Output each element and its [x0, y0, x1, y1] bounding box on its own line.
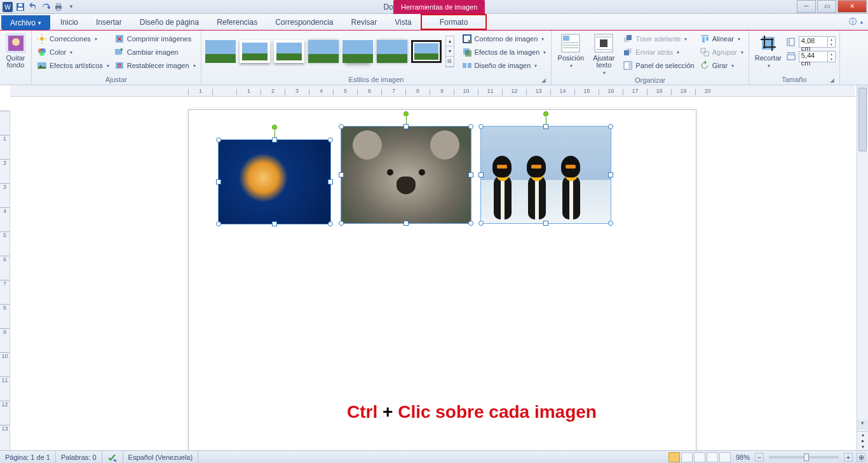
zoom-fit-button[interactable]: ⊕	[857, 453, 865, 462]
resize-handle[interactable]	[328, 179, 333, 184]
print-layout-view-icon[interactable]	[668, 452, 680, 462]
zoom-level[interactable]: 98%	[736, 453, 750, 461]
resize-handle[interactable]	[478, 172, 484, 177]
rotate-handle[interactable]	[543, 111, 548, 116]
resize-handle[interactable]	[543, 124, 548, 129]
rotate-handle[interactable]	[272, 125, 277, 130]
tab-format[interactable]: Formato	[422, 15, 486, 29]
style-thumb-selected[interactable]	[411, 40, 442, 63]
picture-layout-button[interactable]: Diseño de imagen▾	[461, 60, 548, 71]
qat-customize-icon[interactable]: ▼	[66, 2, 76, 12]
align-button[interactable]: Alinear▾	[698, 33, 745, 45]
resize-handle[interactable]	[543, 221, 548, 226]
tab-insert[interactable]: Insertar	[87, 14, 131, 30]
dialog-launcher-icon[interactable]: ◢	[541, 77, 546, 83]
tab-view[interactable]: Vista	[386, 14, 420, 30]
zoom-in-button[interactable]: +	[844, 453, 853, 462]
language-indicator[interactable]: Español (Venezuela)	[123, 451, 199, 463]
change-picture-button[interactable]: Cambiar imagen	[113, 46, 197, 58]
close-button[interactable]: ✕	[837, 0, 867, 13]
picture-border-button[interactable]: Contorno de imagen▾	[461, 33, 548, 45]
zoom-out-button[interactable]: −	[755, 453, 764, 462]
web-layout-view-icon[interactable]	[694, 452, 705, 462]
corrections-button[interactable]: Correcciones▾	[36, 33, 111, 45]
style-thumb[interactable]	[377, 40, 407, 63]
resize-handle[interactable]	[328, 137, 333, 142]
selected-image-jellyfish[interactable]	[218, 139, 331, 225]
resize-handle[interactable]	[339, 124, 344, 129]
zoom-slider[interactable]	[769, 456, 839, 459]
print-icon[interactable]	[53, 2, 64, 12]
resize-handle[interactable]	[339, 172, 344, 177]
remove-background-button[interactable]: Quitar fondo	[4, 32, 27, 69]
resize-handle[interactable]	[403, 124, 409, 129]
artistic-effects-button[interactable]: Efectos artísticos▾	[36, 60, 111, 71]
resize-handle[interactable]	[403, 221, 409, 226]
bring-forward-button[interactable]: Traer adelante▾	[621, 33, 695, 45]
group-button[interactable]: Agrupar▾	[698, 46, 745, 58]
picture-effects-button[interactable]: Efectos de la imagen▾	[461, 46, 548, 58]
selection-pane-button[interactable]: Panel de selección	[621, 60, 695, 71]
resize-handle[interactable]	[468, 172, 473, 177]
scroll-down-icon[interactable]: ▾	[857, 420, 868, 430]
resize-handle[interactable]	[468, 124, 473, 129]
tab-references[interactable]: Referencias	[208, 14, 266, 30]
tab-home[interactable]: Inicio	[51, 14, 87, 30]
dialog-launcher-icon[interactable]: ◢	[830, 77, 834, 83]
resize-handle[interactable]	[272, 221, 277, 226]
rotate-handle[interactable]	[403, 111, 409, 116]
height-field[interactable]: 4,08 cm▴▾	[786, 36, 836, 48]
resize-handle[interactable]	[478, 221, 484, 226]
gallery-more-button[interactable]: ▴▾⊟	[445, 36, 454, 67]
resize-handle[interactable]	[608, 221, 613, 226]
position-button[interactable]: Posición▾	[555, 32, 586, 69]
color-button[interactable]: Color▾	[36, 46, 111, 58]
save-icon[interactable]	[15, 2, 25, 12]
resize-handle[interactable]	[478, 124, 484, 129]
style-thumb[interactable]	[205, 40, 236, 63]
prev-page-icon[interactable]: ▴	[857, 432, 868, 438]
next-page-icon[interactable]: ▾	[857, 444, 868, 450]
word-app-icon[interactable]: W	[3, 2, 13, 12]
resize-handle[interactable]	[272, 137, 277, 142]
tab-file[interactable]: Archivo▾	[1, 15, 50, 30]
scroll-thumb[interactable]	[858, 88, 867, 151]
style-thumb[interactable]	[308, 40, 339, 63]
draft-view-icon[interactable]	[719, 452, 731, 462]
maximize-button[interactable]: ▭	[817, 0, 836, 13]
help-icon[interactable]: ⓘ▴	[844, 14, 868, 30]
outline-view-icon[interactable]	[707, 452, 718, 462]
minimize-button[interactable]: ─	[797, 0, 816, 13]
tab-mailings[interactable]: Correspondencia	[266, 14, 342, 30]
picture-styles-gallery[interactable]: ▴▾⊟	[205, 32, 454, 67]
resize-handle[interactable]	[468, 221, 473, 226]
resize-handle[interactable]	[216, 221, 221, 226]
vertical-scrollbar[interactable]: ▴ ▾ ▴●▾	[857, 85, 868, 450]
full-screen-view-icon[interactable]	[681, 452, 693, 462]
resize-handle[interactable]	[339, 221, 344, 226]
width-field[interactable]: 5,44 cm▴▾	[786, 50, 836, 63]
resize-handle[interactable]	[216, 179, 221, 184]
resize-handle[interactable]	[216, 137, 221, 142]
selected-image-koala[interactable]	[341, 126, 471, 224]
tab-review[interactable]: Revisar	[342, 14, 386, 30]
selected-image-penguins[interactable]	[480, 126, 611, 224]
page-count[interactable]: Página: 1 de 1	[0, 451, 56, 463]
send-backward-button[interactable]: Enviar atrás▾	[621, 46, 695, 58]
browse-object-icon[interactable]: ●	[857, 438, 868, 445]
vertical-ruler[interactable]: 12345678910111213	[0, 111, 10, 450]
horizontal-ruler[interactable]: L 11234567891011121314151617181920	[10, 85, 855, 97]
reset-picture-button[interactable]: Restablecer imagen▾	[113, 60, 197, 71]
style-thumb[interactable]	[274, 40, 304, 63]
resize-handle[interactable]	[608, 172, 613, 177]
compress-pictures-button[interactable]: Comprimir imágenes	[113, 33, 197, 45]
style-thumb[interactable]	[342, 40, 373, 63]
rotate-button[interactable]: Girar▾	[698, 60, 745, 71]
redo-icon[interactable]	[41, 2, 51, 12]
word-count[interactable]: Palabras: 0	[56, 451, 102, 463]
undo-icon[interactable]	[28, 2, 38, 12]
resize-handle[interactable]	[608, 124, 613, 129]
tab-page-layout[interactable]: Diseño de página	[131, 14, 208, 30]
crop-button[interactable]: Recortar▾	[753, 32, 783, 69]
wrap-text-button[interactable]: Ajustar texto▾	[588, 32, 619, 76]
